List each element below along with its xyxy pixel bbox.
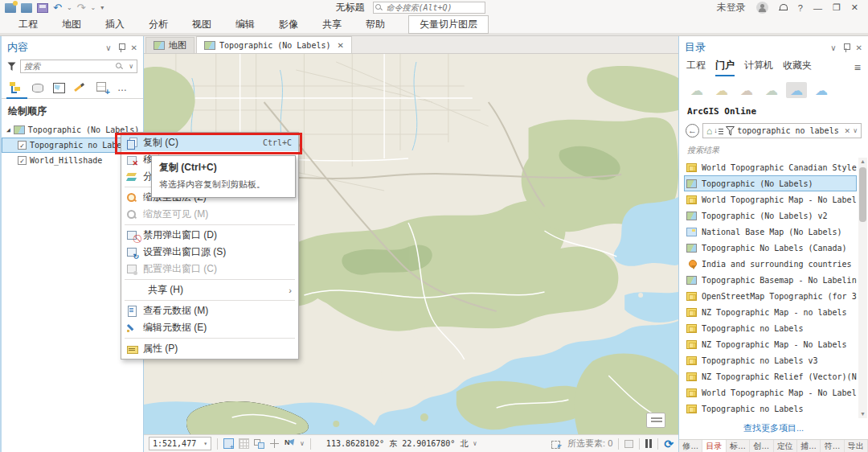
layer-checkbox[interactable]: ✓ — [18, 141, 27, 150]
grid-icon[interactable] — [239, 438, 249, 449]
restore-icon[interactable]: ❐ — [833, 2, 841, 13]
results-scrollbar[interactable]: ▲ ▼ — [858, 158, 867, 418]
tab-favorites[interactable]: 收藏夹 — [783, 59, 812, 76]
favorites-cloud-icon[interactable]: ☁ — [711, 82, 732, 98]
back-icon[interactable]: ← — [686, 124, 699, 138]
coordinates-display[interactable]: 113.8628102° 东 22.9016780° 北 ∨ — [326, 438, 477, 450]
ribbon-tab[interactable]: 共享 — [310, 16, 354, 33]
menu-item-disable-popups[interactable]: 禁用弹出窗口 (D) — [121, 227, 298, 244]
minimize-icon[interactable]: — — [813, 3, 822, 13]
catalog-result-item[interactable]: NZ Topographic Map - No Labels — [684, 336, 857, 352]
north-dropdown-icon[interactable]: ∨ — [300, 440, 305, 447]
portal-home-icon[interactable]: ⌂ — [706, 125, 712, 137]
pause-drawing-icon[interactable] — [645, 439, 652, 448]
menu-item-properties[interactable]: 属性 (P) — [121, 340, 298, 357]
my-content-cloud-icon[interactable]: ☁ — [686, 82, 707, 98]
scrollbar-thumb[interactable] — [859, 167, 866, 222]
menu-item-configure-popups[interactable]: 配置弹出窗口 (C) — [121, 261, 298, 277]
pin-icon[interactable] — [118, 43, 125, 52]
selection-box-icon[interactable] — [624, 440, 633, 448]
catalog-result-item[interactable]: World Topographic Map - No Labels Copy — [684, 384, 857, 401]
user-avatar[interactable] — [756, 2, 768, 14]
ribbon-tab[interactable]: 分析 — [137, 16, 180, 33]
menu-item-copy[interactable]: 复制 (C) Ctrl+C — [121, 134, 298, 151]
catalog-result-item[interactable]: OpenStreetMap Topographic (for 3D) — [684, 288, 857, 304]
menu-icon[interactable]: ≡ — [854, 61, 861, 74]
undo-dropdown-icon[interactable]: ⌄ — [67, 4, 72, 11]
contextual-tab-vector-tile-layer[interactable]: 矢量切片图层 — [408, 15, 489, 34]
add-grid-icon[interactable] — [223, 438, 234, 449]
help-icon[interactable]: ? — [798, 3, 803, 13]
close-pane-icon[interactable]: ✕ — [131, 43, 137, 52]
customize-qat-icon[interactable]: ▾ — [100, 4, 104, 11]
menu-item-popup-source[interactable]: 设置弹出窗口源 (S) — [121, 244, 298, 261]
catalog-result-item[interactable]: Topographic (No Labels) v2 — [684, 208, 857, 224]
save-project-icon[interactable] — [37, 3, 48, 13]
sort-icon[interactable] — [714, 126, 723, 136]
list-by-editing-icon[interactable] — [74, 81, 88, 94]
docked-pane-tab[interactable]: 标… — [727, 440, 750, 452]
ribbon-tab[interactable]: 地图 — [50, 16, 93, 33]
layer-checkbox[interactable]: ✓ — [18, 156, 27, 165]
docked-pane-tab[interactable]: 修… — [679, 440, 702, 452]
catalog-result-item[interactable]: NZ Topographic Map - no labels — [684, 304, 857, 320]
list-by-selection-icon[interactable] — [52, 81, 67, 94]
menu-item-share[interactable]: 共享 (H) › — [121, 281, 298, 298]
catalog-result-item[interactable]: National Base Map (No Labels) — [684, 224, 857, 240]
redo-icon[interactable]: ↷ — [77, 3, 86, 13]
close-tab-icon[interactable]: ✕ — [337, 41, 343, 50]
pane-options-icon[interactable]: ∨ — [105, 43, 111, 52]
ribbon-tab[interactable]: 视图 — [180, 16, 223, 33]
crosshair-icon[interactable] — [269, 438, 280, 449]
tab-map[interactable]: 地图 — [145, 37, 194, 53]
scroll-up-icon[interactable]: ▲ — [860, 158, 866, 166]
close-icon[interactable]: ✕ — [851, 2, 858, 13]
arcgis-online-cloud-icon[interactable]: ☁ — [786, 82, 807, 98]
ribbon-tab[interactable]: 影像 — [267, 16, 310, 33]
catalog-search-input[interactable] — [737, 126, 841, 135]
docked-pane-tab[interactable]: 目录 — [702, 440, 726, 452]
search-options-icon[interactable]: ∨ — [853, 127, 858, 134]
pin-icon[interactable] — [843, 43, 850, 52]
clear-search-icon[interactable]: ✕ — [845, 127, 851, 135]
list-by-drawing-order-icon[interactable] — [9, 81, 23, 94]
menu-item-view-metadata[interactable]: 查看元数据 (M) — [121, 302, 298, 319]
open-project-icon[interactable] — [21, 3, 32, 13]
catalog-result-item[interactable]: Topographic Basemap - No Labeling — [684, 272, 857, 288]
menu-item-edit-metadata[interactable]: 编辑元数据 (E) — [121, 319, 298, 336]
find-more-items-link[interactable]: 查找更多项目... — [679, 418, 868, 439]
coords-dropdown-icon[interactable]: ∨ — [473, 440, 477, 447]
ribbon-tab[interactable]: 编辑 — [223, 16, 267, 33]
new-project-icon[interactable] — [5, 3, 16, 13]
catalog-result-item[interactable]: Topographic no Labels — [684, 320, 857, 336]
swap-view-icon[interactable] — [254, 438, 264, 449]
organization-cloud-icon[interactable]: ☁ — [761, 82, 782, 98]
map-overflow-button[interactable] — [646, 413, 665, 428]
ribbon-tab[interactable]: 帮助 — [354, 16, 397, 33]
filter-icon[interactable] — [726, 126, 735, 136]
ribbon-tab[interactable]: 插入 — [93, 16, 137, 33]
groups-cloud-icon[interactable]: ☁ — [736, 82, 757, 98]
catalog-result-item[interactable]: No Labeling - Topographic — [684, 417, 857, 418]
catalog-result-item[interactable]: World Topographic Canadian Style - No — [684, 159, 857, 175]
tab-portal[interactable]: 门户 — [715, 59, 735, 76]
docked-pane-tab[interactable]: 创… — [750, 440, 773, 452]
search-dropdown-icon[interactable]: ∨ — [129, 63, 133, 70]
list-by-snapping-icon[interactable] — [96, 81, 110, 94]
tab-topographic-no-labels[interactable]: Topographic (No Labels) ✕ — [196, 36, 352, 53]
catalog-result-item[interactable]: Topographic (No Labels) — [684, 175, 857, 191]
tab-computer[interactable]: 计算机 — [744, 59, 773, 76]
catalog-result-item[interactable]: Topographic no Labels — [684, 401, 857, 417]
ribbon-tab[interactable]: 工程 — [6, 16, 50, 33]
living-atlas-cloud-icon[interactable]: ☁ — [811, 82, 832, 98]
list-by-data-source-icon[interactable] — [31, 81, 45, 94]
catalog-result-item[interactable]: NZ Topographic Relief (Vector)(No Labe — [684, 368, 857, 384]
catalog-result-item[interactable]: World Topographic Map - No Labels — [684, 191, 857, 208]
scale-selector[interactable]: 1:521,477 ▾ — [149, 437, 211, 450]
catalog-result-item[interactable]: Topographic No Labels (Canada) — [684, 240, 857, 256]
redo-dropdown-icon[interactable]: ⌄ — [91, 4, 96, 11]
close-pane-icon[interactable]: ✕ — [856, 43, 862, 52]
pane-options-icon[interactable]: ∨ — [830, 43, 836, 52]
docked-pane-tab[interactable]: 导出 — [845, 440, 868, 452]
catalog-result-item[interactable]: Topographic no Labels v3 — [684, 352, 857, 368]
